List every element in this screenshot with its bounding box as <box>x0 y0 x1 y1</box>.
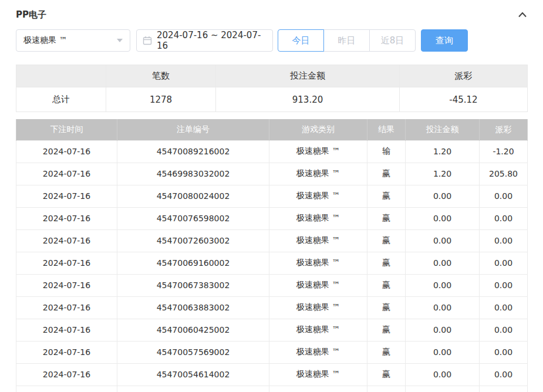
table-row: 2024-07-16 45470054614002 极速糖果 ™ 赢 0.00 … <box>16 363 528 386</box>
cell-bet-id: 45470076598002 <box>117 207 269 229</box>
cell-payout: 205.80 <box>480 163 528 185</box>
col-header-game-category: 游戏类别 <box>269 119 367 140</box>
summary-header-row: 笔数 投注金额 派彩 <box>16 65 528 87</box>
cell-bet-id: 45470057569002 <box>117 341 269 363</box>
cell-result: 赢 <box>367 252 406 274</box>
summary-total-label: 总计 <box>16 87 106 112</box>
cell-bet-amount: 0.00 <box>406 341 480 363</box>
cell-payout: -1.20 <box>480 140 528 163</box>
cell-game: 极速糖果 ™ <box>269 296 367 319</box>
date-range-text: 2024-07-16 ~ 2024-07-16 <box>157 30 267 51</box>
cell-bet-amount: 0.00 <box>406 274 480 296</box>
col-header-bet-time: 下注时间 <box>16 119 117 140</box>
cell-bet-time: 2024-07-16 <box>16 341 117 363</box>
col-header-bet-amount: 投注金额 <box>406 119 480 140</box>
cell-result: 赢 <box>367 296 406 319</box>
cell-bet-id: 45470060425002 <box>117 319 269 341</box>
cell-game: 极速糖果 ™ <box>269 252 367 274</box>
cell-result: 赢 <box>367 274 406 296</box>
report-panel: PP电子 极速糖果 ™ 2024-07-16 ~ 2024-07-16 <box>0 0 543 392</box>
table-row: 2024-07-16 45470080024002 极速糖果 ™ 赢 0.00 … <box>16 185 528 207</box>
cell-game: 极速糖果 ™ <box>269 140 367 163</box>
cell-game: 极速糖果 ™ <box>269 185 367 207</box>
cell-bet-time: 2024-07-16 <box>16 319 117 341</box>
cell-bet-id: 45470089216002 <box>117 140 269 163</box>
cell-payout: 0.00 <box>480 274 528 296</box>
summary-header-payout: 派彩 <box>400 65 528 87</box>
cell-bet-id: 45470080024002 <box>117 185 269 207</box>
cell-result: 赢 <box>367 229 406 252</box>
summary-table: 笔数 投注金额 派彩 总计 1278 913.20 -45.12 <box>16 65 528 112</box>
table-row: 2024-07-16 45470060425002 极速糖果 ™ 赢 0.00 … <box>16 319 528 341</box>
cell-bet-id: 45470069160002 <box>117 252 269 274</box>
bet-table-body: 2024-07-16 45470089216002 极速糖果 ™ 输 1.20 … <box>16 140 528 386</box>
cell-bet-time: 2024-07-16 <box>16 140 117 163</box>
cell-result: 赢 <box>367 319 406 341</box>
cell-payout: 0.00 <box>480 341 528 363</box>
table-row: 2024-07-16 45470072603002 极速糖果 ™ 赢 0.00 … <box>16 229 528 252</box>
cell-bet-time: 2024-07-16 <box>16 252 117 274</box>
chevron-down-icon <box>117 39 123 42</box>
cell-payout: 0.00 <box>480 229 528 252</box>
table-row: 2024-07-16 45470067383002 极速糖果 ™ 赢 0.00 … <box>16 274 528 296</box>
summary-header-blank <box>16 65 106 87</box>
col-header-payout: 派彩 <box>480 119 528 140</box>
cell-bet-time: 2024-07-16 <box>16 185 117 207</box>
game-select-value: 极速糖果 ™ <box>23 35 67 46</box>
cell-game: 极速糖果 ™ <box>269 274 367 296</box>
cell-bet-time: 2024-07-16 <box>16 363 117 386</box>
collapse-chevron-icon[interactable] <box>518 11 527 18</box>
cell-game: 极速糖果 ™ <box>269 319 367 341</box>
query-button[interactable]: 查询 <box>421 29 468 52</box>
quick-filter-last8days[interactable]: 近8日 <box>369 29 416 52</box>
filter-bar: 极速糖果 ™ 2024-07-16 ~ 2024-07-16 今日 昨日 近8日… <box>16 29 527 52</box>
bet-table-header-row: 下注时间 注单编号 游戏类别 结果 投注金额 派彩 <box>16 119 528 140</box>
quick-filter-today[interactable]: 今日 <box>278 29 324 52</box>
table-row-partial <box>16 386 528 392</box>
cell-payout: 0.00 <box>480 296 528 319</box>
quick-filter-yesterday[interactable]: 昨日 <box>323 29 370 52</box>
summary-total-payout: -45.12 <box>400 87 528 112</box>
cell-bet-id: 45470067383002 <box>117 274 269 296</box>
table-row: 2024-07-16 45469983032002 极速糖果 ™ 赢 1.20 … <box>16 163 528 185</box>
summary-total-count: 1278 <box>106 87 216 112</box>
summary-total-row: 总计 1278 913.20 -45.12 <box>16 87 528 112</box>
cell-bet-id: 45470063883002 <box>117 296 269 319</box>
cell-bet-amount: 0.00 <box>406 207 480 229</box>
game-select[interactable]: 极速糖果 ™ <box>16 29 130 52</box>
col-header-bet-id: 注单编号 <box>117 119 269 140</box>
cell-payout: 0.00 <box>480 319 528 341</box>
cell-bet-time: 2024-07-16 <box>16 229 117 252</box>
table-row: 2024-07-16 45470076598002 极速糖果 ™ 赢 0.00 … <box>16 207 528 229</box>
cell-bet-amount: 0.00 <box>406 363 480 386</box>
cell-payout: 0.00 <box>480 185 528 207</box>
cell-game: 极速糖果 ™ <box>269 229 367 252</box>
cell-payout: 0.00 <box>480 252 528 274</box>
cell-bet-id: 45470072603002 <box>117 229 269 252</box>
cell-result: 输 <box>367 140 406 163</box>
cell-result: 赢 <box>367 363 406 386</box>
summary-header-bet-amount: 投注金额 <box>216 65 400 87</box>
cell-result: 赢 <box>367 207 406 229</box>
bet-table: 下注时间 注单编号 游戏类别 结果 投注金额 派彩 2024-07-16 454… <box>16 119 528 392</box>
cell-bet-time: 2024-07-16 <box>16 207 117 229</box>
table-row: 2024-07-16 45470063883002 极速糖果 ™ 赢 0.00 … <box>16 296 528 319</box>
cell-bet-time: 2024-07-16 <box>16 163 117 185</box>
cell-bet-id: 45470054614002 <box>117 363 269 386</box>
cell-bet-amount: 1.20 <box>406 163 480 185</box>
panel-header: PP电子 <box>16 6 527 23</box>
cell-bet-id: 45469983032002 <box>117 163 269 185</box>
cell-bet-amount: 0.00 <box>406 252 480 274</box>
cell-bet-time: 2024-07-16 <box>16 274 117 296</box>
calendar-icon <box>143 36 152 45</box>
cell-game: 极速糖果 ™ <box>269 363 367 386</box>
table-row: 2024-07-16 45470057569002 极速糖果 ™ 赢 0.00 … <box>16 341 528 363</box>
cell-game: 极速糖果 ™ <box>269 207 367 229</box>
cell-bet-amount: 0.00 <box>406 296 480 319</box>
summary-total-bet-amount: 913.20 <box>216 87 400 112</box>
col-header-result: 结果 <box>367 119 406 140</box>
cell-bet-amount: 0.00 <box>406 185 480 207</box>
cell-bet-amount: 0.00 <box>406 229 480 252</box>
cell-game: 极速糖果 ™ <box>269 163 367 185</box>
date-range-picker[interactable]: 2024-07-16 ~ 2024-07-16 <box>136 29 273 52</box>
